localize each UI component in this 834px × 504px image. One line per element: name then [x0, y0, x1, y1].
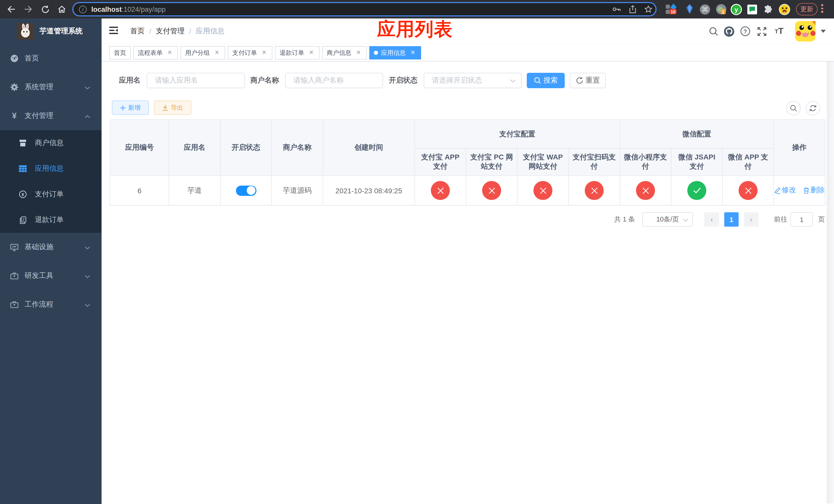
refresh-button[interactable] — [806, 101, 820, 115]
close-icon[interactable]: ✕ — [355, 49, 362, 56]
tab-app-info[interactable]: 应用信息✕ — [369, 46, 421, 60]
github-icon[interactable] — [721, 26, 737, 37]
font-size-icon[interactable]: TT — [770, 26, 788, 37]
back-icon[interactable] — [5, 0, 16, 19]
reset-button[interactable]: 重置 — [570, 73, 606, 88]
search-button[interactable]: 搜索 — [527, 73, 565, 88]
breadcrumb-current: 应用信息 — [196, 27, 225, 36]
shop-icon — [19, 139, 27, 147]
extension-gem[interactable] — [686, 0, 694, 19]
close-icon[interactable]: ✕ — [261, 49, 268, 56]
sidebar-item-refund-order[interactable]: 退款订单 — [0, 207, 102, 233]
tab-process-form[interactable]: 流程表单✕ — [133, 46, 178, 60]
col-status: 开启状态 — [220, 120, 271, 176]
extensions-puzzle-icon[interactable] — [762, 0, 772, 19]
chevron-down-icon — [85, 272, 90, 280]
add-button[interactable]: 新增 — [112, 100, 149, 115]
status-select[interactable]: 请选择开启状态 — [424, 73, 522, 88]
status-toggle[interactable] — [236, 185, 256, 196]
table-grid-icon — [19, 165, 27, 172]
bookmark-star-icon[interactable] — [644, 5, 653, 13]
main-area: 首页 / 支付管理 / 应用信息 应用列表 ? — [102, 19, 834, 504]
col-wechat-app: 微信 APP 支付 — [722, 148, 774, 176]
share-icon[interactable] — [629, 5, 636, 13]
sidebar-item-app-info[interactable]: 应用信息 — [0, 156, 102, 182]
forward-icon[interactable] — [23, 0, 34, 19]
sidebar-logo[interactable]: 芋道管理系统 — [0, 19, 102, 44]
chevron-down-icon[interactable] — [821, 30, 826, 33]
help-icon[interactable]: ? — [737, 26, 753, 37]
cell-app-id: 6 — [110, 176, 169, 205]
cell-status — [220, 176, 271, 205]
tab-user-group[interactable]: 用户分组✕ — [180, 46, 225, 60]
sidebar-item-merchant-info[interactable]: 商户信息 — [0, 130, 102, 156]
tab-pay-order[interactable]: 支付订单✕ — [228, 46, 272, 60]
edit-link[interactable]: 修改 — [774, 186, 796, 195]
col-app-name: 应用名 — [169, 120, 220, 176]
channel-status-icon — [533, 181, 552, 200]
site-info-icon[interactable]: i — [79, 5, 87, 13]
prev-page-button[interactable]: ‹ — [704, 212, 719, 227]
sidebar-item-payment[interactable]: ¥ 支付管理 — [0, 101, 102, 130]
filter-form: 应用名 请输入应用名 商户名称 请输入商户名称 开启状态 请选择开启状态 搜索 … — [119, 73, 606, 88]
breadcrumb-pay[interactable]: 支付管理 — [156, 27, 185, 36]
tab-home[interactable]: 首页 — [109, 46, 131, 60]
scrollbar-gutter — [827, 62, 834, 503]
sidebar-submenu-payment: 商户信息 应用信息 ¥ 支付订单 退款订单 — [0, 130, 102, 233]
dashboard-icon — [10, 54, 19, 63]
key-icon[interactable] — [612, 7, 621, 12]
extension-chat[interactable] — [747, 0, 757, 19]
tab-refund-order[interactable]: 退款订单✕ — [275, 46, 320, 60]
filter-label-merchant: 商户名称 — [250, 76, 279, 85]
export-button[interactable]: 导出 — [154, 100, 191, 115]
chevron-down-icon — [510, 76, 516, 85]
close-icon[interactable]: ✕ — [409, 49, 416, 56]
svg-text:y: y — [734, 6, 738, 13]
chrome-update-button[interactable]: 更新 — [796, 3, 818, 15]
logo-avatar — [17, 23, 33, 40]
breadcrumb-home[interactable]: 首页 — [130, 27, 145, 36]
sidebar-item-dev-tools[interactable]: 研发工具 — [0, 261, 102, 290]
search-icon[interactable] — [706, 26, 721, 36]
user-avatar[interactable] — [795, 21, 815, 42]
home-icon[interactable] — [56, 0, 68, 19]
extension-y[interactable]: y — [730, 0, 742, 19]
document-icon — [19, 216, 27, 224]
close-icon[interactable]: ✕ — [213, 49, 221, 56]
extension-dice[interactable]: 10 — [665, 0, 679, 19]
table-toolbar: 新增 导出 — [112, 100, 191, 115]
sidebar-item-pay-order[interactable]: ¥ 支付订单 — [0, 182, 102, 207]
chevron-up-icon — [85, 112, 90, 120]
tab-merchant-info[interactable]: 商户信息✕ — [322, 46, 367, 60]
page-size-select[interactable]: 10条/页 — [642, 212, 693, 227]
chevron-down-icon — [85, 300, 90, 308]
table-row: 6 芋道 芋道源码 2021-10-23 08:49:25 — [110, 176, 825, 205]
app-name-input[interactable]: 请输入应用名 — [147, 73, 245, 88]
page-1-button[interactable]: 1 — [724, 212, 739, 227]
hamburger-icon[interactable] — [109, 27, 118, 37]
merchant-name-input[interactable]: 请输入商户名称 — [285, 73, 383, 88]
address-bar[interactable]: i localhost:1024/pay/app — [72, 2, 657, 17]
delete-link[interactable]: 删除 — [803, 186, 825, 195]
reload-icon[interactable] — [39, 0, 51, 19]
app-table: 应用编号 应用名 开启状态 商户名称 创建时间 支付宝配置 微信配置 操作 支付… — [110, 119, 825, 206]
channel-status-icon — [431, 181, 450, 200]
chrome-menu-icon[interactable] — [821, 4, 823, 13]
cell-created: 2021-10-23 08:49:25 — [323, 176, 415, 205]
fullscreen-icon[interactable] — [753, 26, 770, 36]
filter-label-status: 开启状态 — [389, 76, 418, 85]
sidebar-item-workflow[interactable]: 工作流程 — [0, 290, 102, 319]
show-search-button[interactable] — [786, 101, 801, 115]
extension-command[interactable]: ⌘ — [700, 0, 710, 19]
sidebar-item-home[interactable]: 首页 — [0, 44, 102, 73]
goto-page-input[interactable]: 1 — [790, 212, 813, 227]
sidebar-item-system[interactable]: 系统管理 — [0, 73, 102, 101]
next-page-button[interactable]: › — [744, 212, 759, 227]
sidebar-item-infrastructure[interactable]: 基础设施 — [0, 233, 102, 261]
close-icon[interactable]: ✕ — [166, 49, 173, 56]
extension-recorder[interactable]: 1 — [716, 0, 727, 19]
extension-badge: 10 — [670, 9, 677, 14]
col-wechat-mini: 微信小程序支付 — [620, 148, 671, 176]
close-icon[interactable]: ✕ — [308, 49, 315, 56]
profile-avatar-icon[interactable] — [778, 0, 790, 19]
